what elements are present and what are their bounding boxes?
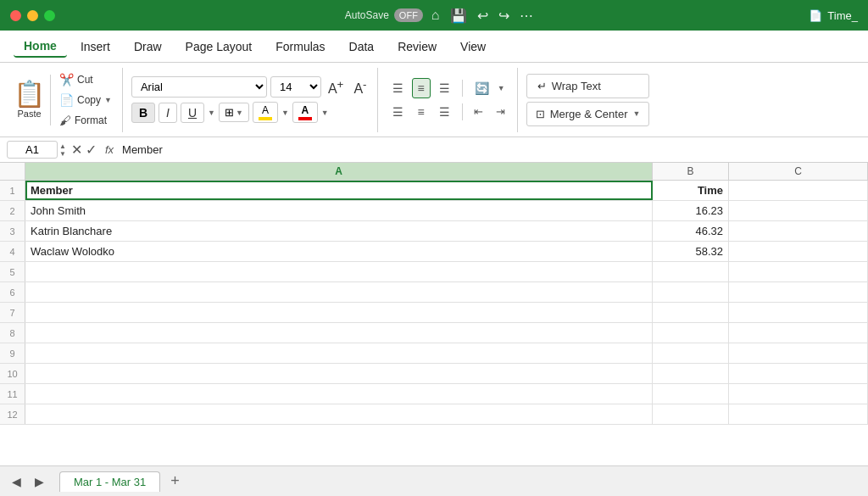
underline-button[interactable]: U — [181, 103, 204, 123]
underline-dropdown-icon[interactable]: ▼ — [208, 109, 215, 117]
font-family-select[interactable]: Arial — [131, 76, 267, 98]
align-bottom-center-button[interactable]: ≡ — [412, 102, 431, 122]
font-color-bar — [298, 117, 312, 120]
paste-button[interactable]: 📋 Paste — [14, 81, 45, 119]
cell-b9[interactable] — [653, 343, 729, 363]
paste-label: Paste — [17, 109, 41, 119]
cell-a6[interactable] — [25, 282, 653, 302]
maximize-button[interactable] — [44, 10, 55, 21]
italic-button[interactable]: I — [159, 103, 177, 123]
cell-a12[interactable] — [25, 404, 653, 424]
prev-sheet-button[interactable]: ◀ — [7, 473, 26, 490]
redo-icon[interactable]: ↪ — [498, 8, 509, 24]
table-row: 5 — [0, 262, 868, 282]
cell-c10[interactable] — [729, 364, 868, 383]
font-color-button[interactable]: A — [292, 102, 318, 123]
align-right-button[interactable]: ☰ — [433, 78, 456, 98]
cell-b1[interactable]: Time — [653, 181, 729, 200]
cell-b8[interactable] — [653, 323, 729, 343]
cell-b3[interactable]: 46.32 — [653, 221, 729, 241]
font-color-dropdown-icon[interactable]: ▼ — [321, 109, 329, 117]
cell-a1[interactable]: Member — [25, 181, 653, 200]
cell-reference-input[interactable] — [7, 141, 58, 159]
menu-view[interactable]: View — [450, 36, 496, 57]
cell-c1[interactable] — [729, 181, 868, 200]
menu-page-layout[interactable]: Page Layout — [175, 36, 263, 57]
cell-a9[interactable] — [25, 343, 653, 363]
align-center-button[interactable]: ≡ — [412, 78, 431, 98]
cell-c7[interactable] — [729, 303, 868, 322]
formula-input[interactable] — [122, 143, 861, 156]
cell-b7[interactable] — [653, 303, 729, 322]
wrap-text-button[interactable]: ↵ Wrap Text — [526, 74, 650, 98]
cell-a4[interactable]: Waclaw Wolodko — [25, 242, 653, 261]
confirm-formula-icon[interactable]: ✓ — [86, 142, 97, 158]
cell-a8[interactable] — [25, 323, 653, 343]
more-icon[interactable]: ⋯ — [520, 8, 533, 24]
cell-c9[interactable] — [729, 343, 868, 363]
menu-home[interactable]: Home — [14, 36, 67, 58]
menu-review[interactable]: Review — [387, 36, 447, 57]
borders-button[interactable]: ⊞ ▼ — [219, 103, 249, 122]
format-button[interactable]: 🖌 Format — [56, 112, 115, 129]
cell-c5[interactable] — [729, 262, 868, 281]
menu-formulas[interactable]: Formulas — [265, 36, 335, 57]
cell-b5[interactable] — [653, 262, 729, 281]
col-header-a[interactable]: A — [25, 163, 653, 180]
table-row: 11 — [0, 384, 868, 404]
font-decrease-button[interactable]: A- — [350, 76, 370, 98]
cell-c6[interactable] — [729, 282, 868, 302]
close-button[interactable] — [10, 10, 21, 21]
menu-data[interactable]: Data — [339, 36, 385, 57]
sheet-tab[interactable]: Mar 1 - Mar 31 — [59, 471, 160, 492]
cell-c2[interactable] — [729, 201, 868, 220]
menu-insert[interactable]: Insert — [70, 36, 120, 57]
cell-a7[interactable] — [25, 303, 653, 322]
cell-b4[interactable]: 58.32 — [653, 242, 729, 261]
minimize-button[interactable] — [27, 10, 38, 21]
merge-center-button[interactable]: ⊡ Merge & Center ▼ — [526, 102, 650, 126]
cell-b11[interactable] — [653, 384, 729, 404]
cell-a3[interactable]: Katrin Blanchare — [25, 221, 653, 241]
cell-c4[interactable] — [729, 242, 868, 261]
cell-b2[interactable]: 16.23 — [653, 201, 729, 220]
undo-icon[interactable]: ↩ — [477, 8, 488, 24]
align-left-button[interactable]: ☰ — [387, 78, 409, 98]
cell-c12[interactable] — [729, 404, 868, 424]
fill-color-dropdown-icon[interactable]: ▼ — [281, 109, 289, 117]
toolbar-icons: ⌂ 💾 ↩ ↪ ⋯ — [431, 8, 533, 24]
copy-button[interactable]: 📄 Copy ▼ — [56, 92, 115, 109]
home-icon[interactable]: ⌂ — [431, 8, 440, 23]
font-size-select[interactable]: 14 — [270, 76, 321, 98]
menu-draw[interactable]: Draw — [124, 36, 172, 57]
col-header-c[interactable]: C — [729, 163, 868, 180]
cell-c3[interactable] — [729, 221, 868, 241]
autosave-toggle[interactable]: OFF — [394, 8, 423, 22]
cancel-formula-icon[interactable]: ✕ — [71, 142, 82, 158]
align-bottom-right-button[interactable]: ☰ — [433, 102, 456, 122]
cut-button[interactable]: ✂️ Cut — [56, 71, 115, 88]
cell-c8[interactable] — [729, 323, 868, 343]
cell-a10[interactable] — [25, 364, 653, 383]
cell-a5[interactable] — [25, 262, 653, 281]
cell-b12[interactable] — [653, 404, 729, 424]
font-increase-button[interactable]: A+ — [325, 76, 347, 98]
increase-indent-button[interactable]: ⇥ — [491, 102, 510, 121]
cell-b10[interactable] — [653, 364, 729, 383]
next-sheet-button[interactable]: ▶ — [30, 473, 49, 490]
col-header-b[interactable]: B — [653, 163, 729, 180]
cell-ref-arrows[interactable]: ▲ ▼ — [59, 142, 66, 158]
cell-b6[interactable] — [653, 282, 729, 302]
decrease-indent-button[interactable]: ⇤ — [469, 102, 488, 121]
add-sheet-button[interactable]: + — [164, 471, 186, 492]
orientation-dropdown-icon[interactable]: ▼ — [498, 84, 505, 92]
fill-color-button[interactable]: A — [253, 102, 278, 123]
cell-c11[interactable] — [729, 384, 868, 404]
cell-a11[interactable] — [25, 384, 653, 404]
orientation-button[interactable]: 🔄 — [469, 78, 495, 98]
row-number: 6 — [0, 282, 25, 302]
cell-a2[interactable]: John Smith — [25, 201, 653, 220]
save-icon[interactable]: 💾 — [450, 8, 467, 24]
bold-button[interactable]: B — [131, 103, 155, 123]
align-bottom-left-button[interactable]: ☰ — [387, 102, 409, 122]
